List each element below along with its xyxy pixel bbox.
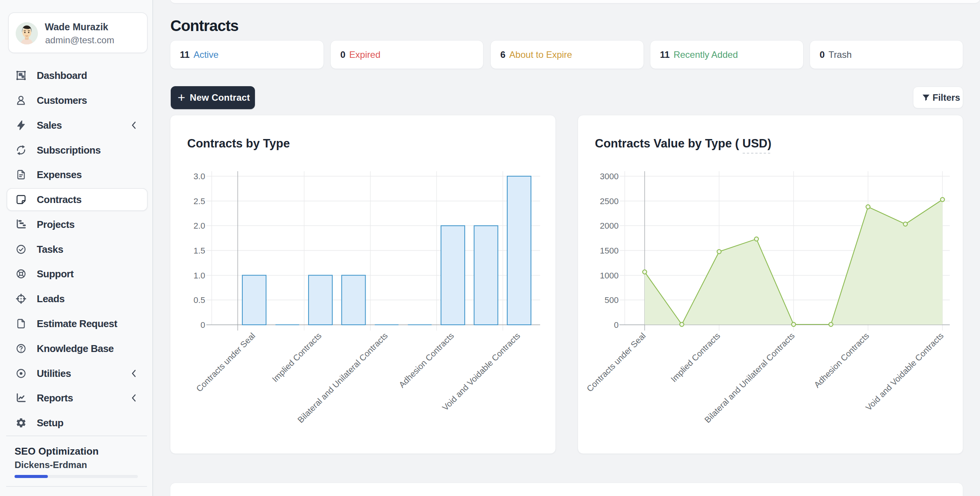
svg-text:Implied Contracts: Implied Contracts (669, 331, 722, 384)
svg-text:1500: 1500 (600, 246, 619, 255)
svg-text:2.5: 2.5 (193, 196, 205, 206)
svg-text:500: 500 (604, 295, 619, 305)
svg-text:Implied Contracts: Implied Contracts (270, 331, 323, 384)
svg-text:1000: 1000 (600, 271, 619, 280)
svg-text:1.0: 1.0 (193, 271, 205, 280)
svg-text:2500: 2500 (600, 196, 619, 206)
svg-text:0: 0 (614, 320, 619, 330)
svg-text:3000: 3000 (600, 172, 619, 181)
svg-text:Adhesion Contracts: Adhesion Contracts (812, 331, 871, 390)
svg-text:1.5: 1.5 (193, 246, 205, 255)
svg-text:3.0: 3.0 (193, 172, 205, 181)
svg-text:Void and Voidable Contracts: Void and Voidable Contracts (864, 331, 945, 413)
svg-text:2000: 2000 (600, 221, 619, 231)
svg-text:0.5: 0.5 (193, 295, 205, 305)
svg-text:Adhesion Contracts: Adhesion Contracts (397, 331, 456, 390)
svg-text:Void and Voidable Contracts: Void and Voidable Contracts (440, 331, 522, 413)
svg-text:2.0: 2.0 (193, 221, 205, 231)
svg-text:Contracts under Seal: Contracts under Seal (585, 331, 648, 394)
svg-text:0: 0 (201, 320, 205, 330)
svg-text:Contracts under Seal: Contracts under Seal (194, 331, 257, 394)
svg-text:Bilateral and Unilateral Contr: Bilateral and Unilateral Contracts (702, 331, 796, 425)
